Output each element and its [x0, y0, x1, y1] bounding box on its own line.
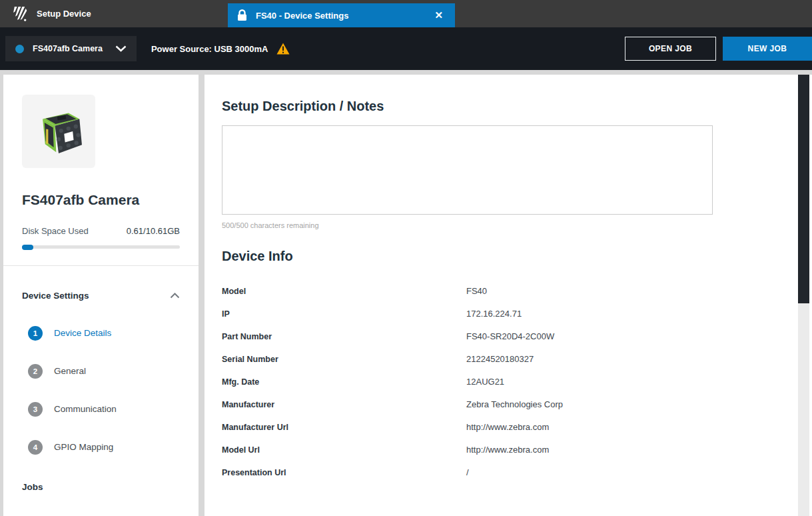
- chevron-up-icon: [170, 293, 180, 299]
- table-row: Manufacturer Zebra Technologies Corp: [222, 393, 795, 415]
- notes-title: Setup Description / Notes: [222, 99, 795, 114]
- device-info-list: Model FS40 IP 172.16.224.71 Part Number …: [222, 279, 795, 483]
- section-jobs[interactable]: Jobs: [22, 482, 180, 492]
- step-number-badge: 3: [28, 402, 43, 417]
- table-row: Mfg. Date 12AUG21: [222, 370, 795, 393]
- info-value: 21224520180327: [466, 354, 534, 364]
- step-number-badge: 4: [28, 440, 43, 455]
- sidebar-item-label: Communication: [54, 404, 117, 414]
- info-value: 172.16.224.71: [466, 309, 522, 319]
- sidebar-divider: [3, 265, 199, 266]
- power-source-status: Power Source: USB 3000mA: [151, 43, 290, 55]
- open-job-button[interactable]: OPEN JOB: [625, 37, 716, 61]
- info-label: Mfg. Date: [222, 377, 466, 387]
- tab-bar: Setup Device FS40 - Device Settings ✕: [0, 0, 812, 27]
- tab-setup-device-label: Setup Device: [37, 9, 91, 19]
- job-actions: OPEN JOB NEW JOB: [625, 37, 812, 61]
- info-label: Manufacturer: [222, 400, 466, 409]
- zebra-logo-icon: [11, 5, 28, 22]
- sidebar-item-device-details[interactable]: 1 Device Details: [28, 314, 180, 352]
- section-device-settings[interactable]: Device Settings: [22, 291, 180, 301]
- warning-icon: [276, 43, 290, 55]
- main-panel: Setup Description / Notes 500/500 charac…: [204, 75, 812, 516]
- settings-steps: 1 Device Details 2 General 3 Communicati…: [22, 314, 180, 466]
- action-bar: FS407afb Camera Power Source: USB 3000mA…: [0, 27, 812, 70]
- device-image: [22, 95, 95, 168]
- tab-device-settings-label: FS40 - Device Settings: [256, 11, 348, 21]
- sidebar-item-general[interactable]: 2 General: [28, 352, 180, 390]
- disk-space-row: Disk Space Used 0.61/10.61GB: [22, 226, 180, 236]
- chevron-down-icon: [115, 45, 127, 52]
- device-info-title: Device Info: [222, 249, 795, 264]
- disk-space-value: 0.61/10.61GB: [127, 226, 180, 236]
- tab-device-settings[interactable]: FS40 - Device Settings ✕: [228, 3, 455, 27]
- section-device-settings-label: Device Settings: [22, 291, 89, 301]
- info-value: http://www.zebra.com: [466, 422, 549, 432]
- close-icon[interactable]: ✕: [432, 8, 446, 23]
- info-value: Zebra Technologies Corp: [466, 399, 563, 409]
- notes-textarea[interactable]: [222, 125, 713, 215]
- power-source-label: Power Source: USB 3000mA: [151, 44, 268, 54]
- step-number-badge: 1: [28, 326, 43, 341]
- info-label: Model: [222, 287, 466, 296]
- sidebar-item-label: General: [54, 366, 86, 376]
- disk-space-label: Disk Space Used: [22, 226, 89, 236]
- table-row: Serial Number 21224520180327: [222, 347, 795, 370]
- info-label: Presentation Url: [222, 468, 466, 477]
- sidebar-item-gpio-mapping[interactable]: 4 GPIO Mapping: [28, 428, 180, 466]
- sidebar-item-label: Device Details: [54, 328, 111, 338]
- notes-helper-text: 500/500 characters remaining: [222, 221, 795, 229]
- device-selector-label: FS407afb Camera: [33, 44, 103, 53]
- device-name-title: FS407afb Camera: [22, 192, 180, 208]
- table-row: Manufacturer Url http://www.zebra.com: [222, 415, 795, 438]
- table-row: IP 172.16.224.71: [222, 302, 795, 325]
- info-value: /: [466, 467, 469, 477]
- disk-space-progress-fill: [22, 245, 33, 250]
- new-job-button[interactable]: NEW JOB: [723, 37, 812, 61]
- scrollbar-thumb[interactable]: [798, 75, 809, 303]
- sidebar: FS407afb Camera Disk Space Used 0.61/10.…: [3, 75, 199, 516]
- info-label: Serial Number: [222, 355, 466, 364]
- lock-icon: [237, 9, 247, 21]
- tab-setup-device[interactable]: Setup Device: [0, 0, 228, 27]
- info-label: Part Number: [222, 332, 466, 341]
- sidebar-item-label: GPIO Mapping: [54, 442, 113, 452]
- step-number-badge: 2: [28, 364, 43, 379]
- sidebar-item-communication[interactable]: 3 Communication: [28, 390, 180, 428]
- vertical-scrollbar[interactable]: [798, 75, 809, 516]
- disk-space-progressbar: [22, 245, 180, 249]
- info-value: FS40-SR20D4-2C00W: [466, 331, 554, 341]
- info-label: Manufacturer Url: [222, 423, 466, 432]
- info-label: IP: [222, 309, 466, 319]
- info-value: FS40: [466, 286, 487, 296]
- device-status-dot: [15, 45, 24, 53]
- info-value: 12AUG21: [466, 377, 504, 387]
- table-row: Presentation Url /: [222, 461, 795, 483]
- table-row: Part Number FS40-SR20D4-2C00W: [222, 325, 795, 347]
- device-selector-dropdown[interactable]: FS407afb Camera: [5, 36, 137, 61]
- info-label: Model Url: [222, 445, 466, 455]
- table-row: Model Url http://www.zebra.com: [222, 438, 795, 461]
- table-row: Model FS40: [222, 279, 795, 302]
- info-value: http://www.zebra.com: [466, 445, 549, 455]
